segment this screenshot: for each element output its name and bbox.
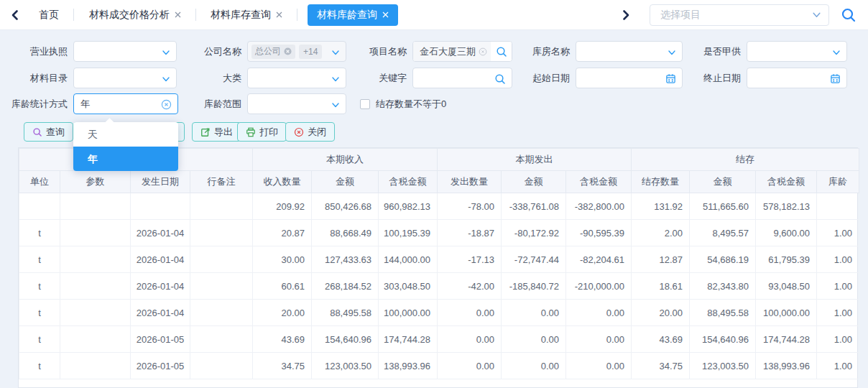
table-cell: -80,172.92: [502, 220, 566, 246]
aging-range-select[interactable]: [247, 93, 346, 114]
table-row[interactable]: t2026-01-0534.75123,003.50138,993.960.00…: [19, 353, 859, 379]
filter-aging-method: 库龄统计方式 年: [7, 93, 178, 114]
column-header-balance-qty[interactable]: 结存数量: [632, 171, 690, 193]
tabs-scroll-left-button[interactable]: [10, 9, 20, 21]
table-cell: [60, 353, 131, 379]
column-header-income-tax-amount[interactable]: 含税金额: [379, 171, 438, 193]
table-cell: 61,795.39: [756, 246, 817, 273]
balance-not-zero-checkbox[interactable]: 结存数量不等于0: [360, 93, 446, 114]
tabs-scroll-right-button[interactable]: [621, 9, 631, 21]
company-overflow-tag: +14: [299, 45, 322, 59]
table-cell: 1.00: [817, 326, 859, 353]
table-cell: 8,495.57: [690, 220, 756, 246]
print-button[interactable]: 打印: [237, 122, 287, 142]
calendar-icon[interactable]: [830, 73, 841, 84]
owner-supplied-select[interactable]: [747, 41, 847, 62]
table-cell: 268,184.52: [312, 273, 379, 300]
column-header-issue-qty[interactable]: 发出数量: [438, 171, 502, 193]
column-header-aging[interactable]: 库龄: [817, 171, 859, 193]
close-tab-icon[interactable]: [175, 11, 181, 18]
table-cell: t: [19, 353, 60, 379]
clear-icon[interactable]: [479, 47, 487, 56]
group-header-balance: 结存: [632, 149, 859, 171]
table-row[interactable]: t2026-01-0543.69154,640.96174,744.280.00…: [19, 326, 859, 353]
column-header-date[interactable]: 发生日期: [131, 171, 190, 193]
column-header-row-note[interactable]: 行备注: [190, 171, 253, 193]
table-cell: 0.00: [502, 326, 566, 353]
table-row[interactable]: 209.92850,426.68960,982.13-78.00-338,761…: [19, 193, 859, 220]
table-cell: [190, 273, 253, 300]
close-tab-icon[interactable]: [276, 11, 282, 18]
checkbox-box[interactable]: [360, 99, 370, 109]
column-header-parameter[interactable]: 参数: [60, 171, 131, 193]
column-header-balance-tax-amount[interactable]: 含税金额: [756, 171, 817, 193]
table-row[interactable]: t2026-01-0430.00127,433.63144,000.00-17.…: [19, 246, 859, 273]
aging-method-select[interactable]: 年: [73, 93, 178, 114]
tab-material-aging-query[interactable]: 材料库龄查询: [308, 4, 398, 26]
table-cell: 154,640.96: [690, 326, 756, 353]
clear-icon[interactable]: [161, 99, 172, 110]
table-cell: -17.13: [438, 246, 502, 273]
table-row[interactable]: t2026-01-0420.8788,668.49100,195.39-18.8…: [19, 220, 859, 246]
table-cell: [131, 193, 190, 220]
table-cell: 123,003.50: [312, 353, 379, 379]
table-cell: t: [19, 326, 60, 353]
filter-start-date: 起始日期: [522, 68, 683, 88]
global-search-button[interactable]: [841, 7, 857, 23]
tab-material-stock-query[interactable]: 材料库存查询: [211, 9, 282, 22]
export-icon: [200, 127, 211, 137]
table-cell: -210,000.00: [566, 273, 632, 300]
table-cell: 1.00: [817, 353, 859, 379]
warehouse-select[interactable]: [576, 41, 683, 62]
project-name-value-box[interactable]: 金石大厦三期: [413, 42, 491, 61]
export-button[interactable]: 导出: [192, 122, 241, 142]
tab-material-price-analysis[interactable]: 材料成交价格分析: [89, 9, 181, 22]
filter-project-name: 项目名称 金石大厦三期: [359, 41, 512, 62]
table-cell: 20.00: [632, 300, 690, 326]
business-license-select[interactable]: [73, 41, 177, 62]
query-button[interactable]: 查询: [24, 122, 73, 142]
table-cell: -338,761.08: [502, 193, 566, 220]
search-icon[interactable]: [494, 73, 506, 85]
dropdown-option-year[interactable]: 年: [73, 147, 178, 171]
table-row[interactable]: t2026-01-0420.0088,495.58100,000.000.000…: [19, 300, 859, 326]
column-header-issue-tax-amount[interactable]: 含税金额: [566, 171, 632, 193]
calendar-icon[interactable]: [665, 73, 676, 84]
table-cell: 43.69: [253, 326, 312, 353]
column-header-issue-amount[interactable]: 金额: [502, 171, 566, 193]
remove-tag-icon[interactable]: [284, 47, 292, 55]
table-cell: 93,048.50: [756, 273, 817, 300]
keyword-input[interactable]: [412, 68, 512, 88]
company-tag: 总公司: [251, 45, 295, 59]
table-cell: t: [19, 273, 60, 300]
field-label: 项目名称: [359, 45, 407, 58]
major-class-select[interactable]: [247, 68, 346, 88]
table-cell: 60.61: [253, 273, 312, 300]
tab-home[interactable]: 首页: [39, 9, 59, 22]
close-tab-icon[interactable]: [382, 11, 389, 18]
project-search-button[interactable]: [491, 42, 512, 61]
table-cell: [817, 193, 859, 220]
column-header-income-qty[interactable]: 收入数量: [253, 171, 312, 193]
column-header-unit[interactable]: 单位: [19, 171, 60, 193]
table-cell: 0.00: [502, 353, 566, 379]
start-date-input[interactable]: [576, 68, 683, 88]
column-header-income-amount[interactable]: 金额: [312, 171, 379, 193]
chevron-down-icon: [162, 75, 170, 83]
table-row[interactable]: t2026-01-0460.61268,184.52303,048.50-42.…: [19, 273, 859, 300]
table-cell: 88,668.49: [312, 220, 379, 246]
tab-separator: [195, 9, 196, 21]
filter-owner-supplied: 是否甲供: [693, 41, 847, 62]
table-cell: 20.00: [253, 300, 312, 326]
table-cell: [190, 246, 253, 273]
company-select[interactable]: 总公司 +14: [247, 41, 346, 62]
end-date-input[interactable]: [747, 68, 847, 88]
close-button[interactable]: 关闭: [285, 122, 335, 142]
project-name-input[interactable]: 金石大厦三期: [412, 41, 512, 62]
project-select[interactable]: 选择项目: [650, 4, 829, 26]
table-body: 209.92850,426.68960,982.13-78.00-338,761…: [19, 193, 859, 379]
material-catalog-select[interactable]: [73, 68, 177, 88]
table-cell: 138,993.96: [756, 353, 817, 379]
dropdown-option-day[interactable]: 天: [73, 122, 178, 147]
column-header-balance-amount[interactable]: 金额: [690, 171, 756, 193]
